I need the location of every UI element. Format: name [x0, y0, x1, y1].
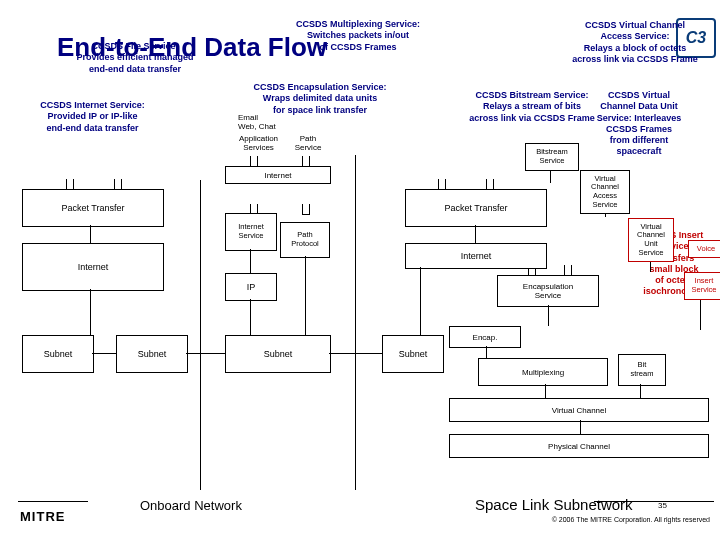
box-internet-top: Internet [225, 166, 331, 184]
label: Internet [264, 171, 291, 180]
label-email: Email Web, Chat [238, 113, 280, 131]
connector [92, 353, 116, 354]
box-vc-unit-service: Virtual Channel Unit Service [628, 218, 674, 262]
box-subnet-3: Subnet [225, 335, 331, 373]
box-encap: Encap. [449, 326, 521, 348]
connector [186, 353, 225, 354]
label: Bit stream [631, 361, 654, 378]
box-insert-service: Insert Service [684, 272, 720, 300]
connector [90, 225, 91, 243]
label: Encap. [473, 333, 498, 342]
box-multiplexing: Multiplexing [478, 358, 608, 386]
box-vc-access-service: Virtual Channel Access Service [580, 170, 630, 214]
box-ip: IP [225, 273, 277, 301]
connector [420, 267, 421, 335]
label: Internet [78, 262, 109, 272]
separator [355, 155, 356, 490]
callout-encap-service: CCSDS Encapsulation Service: Wraps delim… [225, 82, 415, 116]
label-path-service: Path Service [288, 134, 328, 152]
diagram-page: C3 End-to-End Data Flow CCSDS File Servi… [0, 0, 720, 540]
label: Subnet [138, 349, 167, 359]
separator [200, 180, 201, 490]
label: Insert Service [691, 277, 716, 294]
box-encap-service: Encapsulation Service [497, 275, 599, 307]
callout-vc-data-unit-service: CCSDS Virtual Channel Data Unit Service:… [557, 90, 720, 158]
mitre-logo-text: MITRE [20, 509, 65, 524]
box-voice: Voice [688, 240, 720, 258]
box-packet-transfer-left: Packet Transfer [22, 189, 164, 227]
connector [580, 420, 581, 434]
label: Path Protocol [291, 231, 319, 248]
label: Virtual Channel Access Service [591, 175, 619, 210]
box-physical-channel: Physical Channel [449, 434, 709, 458]
label: Packet Transfer [444, 203, 507, 213]
connector [475, 225, 476, 243]
label: Internet Service [238, 223, 263, 240]
box-subnet-2: Subnet [116, 335, 188, 373]
connector [329, 353, 382, 354]
connector [548, 305, 549, 326]
label-onboard-network: Onboard Network [140, 498, 242, 513]
label: Encapsulation Service [523, 282, 573, 300]
box-subnet-4: Subnet [382, 335, 444, 373]
box-subnet-1: Subnet [22, 335, 94, 373]
connector [486, 346, 487, 358]
label: Subnet [44, 349, 73, 359]
label: Multiplexing [522, 368, 564, 377]
page-number: 35 [658, 501, 667, 510]
box-internet-right: Internet [405, 243, 547, 269]
label: Virtual Channel [552, 406, 607, 415]
box-internet-service: Internet Service [225, 213, 277, 251]
label: Bitstream Service [536, 148, 568, 165]
label: Internet [461, 251, 492, 261]
connector [90, 289, 91, 335]
label-spacelink-subnetwork: Space Link Subnetwork [475, 496, 633, 513]
connector [250, 299, 251, 335]
label: Subnet [399, 349, 428, 359]
connector [250, 249, 251, 273]
callout-vc-access-service: CCSDS Virtual Channel Access Service: Re… [547, 20, 720, 65]
footer-rule [18, 501, 88, 502]
label: Physical Channel [548, 442, 610, 451]
label: Voice [697, 245, 715, 254]
callout-mux-service: CCSDS Multiplexing Service: Switches pac… [258, 19, 458, 53]
callout-internet-service: CCSDS Internet Service: Provided IP or I… [15, 100, 170, 134]
label: Subnet [264, 349, 293, 359]
box-bitstream: Bit stream [618, 354, 666, 386]
label: Packet Transfer [61, 203, 124, 213]
footer-rule [594, 501, 714, 502]
box-bitstream-service: Bitstream Service [525, 143, 579, 171]
connector [545, 384, 546, 398]
box-path-protocol: Path Protocol [280, 222, 330, 258]
box-packet-transfer-right: Packet Transfer [405, 189, 547, 227]
copyright: © 2006 The MITRE Corporation. All rights… [552, 516, 710, 524]
box-virtual-channel: Virtual Channel [449, 398, 709, 422]
stub [302, 204, 310, 215]
label: Virtual Channel Unit Service [637, 223, 665, 258]
connector [305, 256, 306, 335]
label-app-services: Application Services [231, 134, 286, 152]
box-internet-left: Internet [22, 243, 164, 291]
callout-file-service: CCSDS File Service: Provides efficient m… [60, 41, 210, 75]
label: IP [247, 282, 256, 292]
connector [640, 384, 641, 398]
